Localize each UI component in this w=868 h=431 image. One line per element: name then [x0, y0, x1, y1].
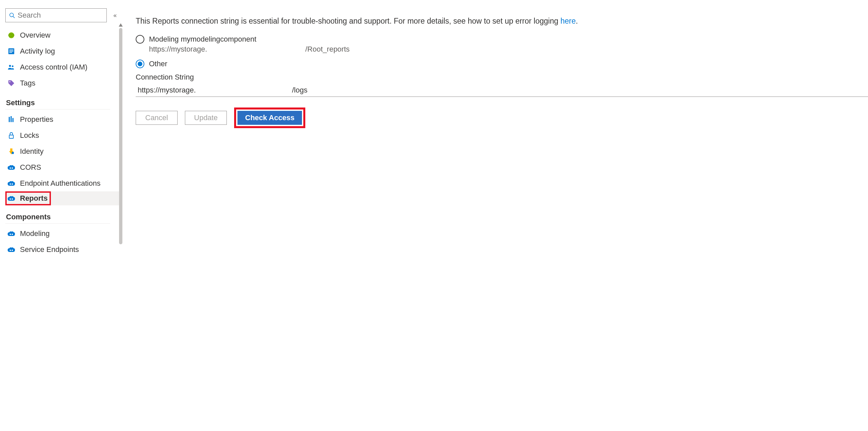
sidebar-item-identity[interactable]: Identity [5, 143, 120, 160]
sidebar-item-label: Reports [20, 194, 48, 203]
svg-rect-13 [12, 118, 13, 122]
endpoint-auth-icon [7, 179, 15, 188]
cors-icon [7, 164, 15, 171]
svg-rect-11 [9, 117, 10, 122]
sidebar-item-reports[interactable]: Reports [5, 191, 120, 205]
svg-point-15 [12, 152, 14, 154]
svg-rect-7 [9, 52, 12, 53]
svg-rect-14 [9, 135, 13, 139]
reports-icon [7, 194, 15, 202]
svg-point-20 [10, 198, 11, 200]
connection-string-input[interactable]: https://mystorage. /logs [136, 84, 868, 97]
activity-log-icon [7, 47, 15, 55]
sidebar-item-label: Endpoint Authentications [20, 179, 100, 188]
check-access-button[interactable]: Check Access [238, 111, 302, 125]
svg-point-0 [10, 13, 13, 17]
sidebar-item-label: Tags [20, 79, 35, 88]
radio-checked-icon[interactable] [136, 60, 144, 68]
sidebar-item-tags[interactable]: Tags [5, 75, 120, 91]
tags-icon [7, 79, 15, 87]
sidebar-item-label: Activity log [20, 47, 55, 56]
cancel-button[interactable]: Cancel [136, 111, 178, 125]
intro-link[interactable]: here [560, 17, 576, 25]
sidebar-item-label: Identity [20, 147, 43, 156]
radio-modeling-subtext: https://mystorage. /Root_reports [149, 45, 868, 54]
radio-other[interactable]: Other [136, 60, 868, 68]
update-button[interactable]: Update [185, 111, 227, 125]
main-content: This Reports connection string is essent… [120, 0, 868, 258]
sidebar-item-label: Access control (IAM) [20, 63, 88, 71]
scroll-thumb[interactable] [119, 28, 122, 244]
sidebar-item-endpoint-authentications[interactable]: Endpoint Authentications [5, 175, 120, 191]
svg-point-9 [12, 65, 13, 67]
sidebar-item-locks[interactable]: Locks [5, 127, 120, 143]
svg-point-24 [10, 250, 11, 251]
modeling-icon [7, 230, 15, 238]
search-box[interactable] [5, 8, 107, 22]
radio-unchecked-icon[interactable] [136, 35, 144, 44]
sidebar-item-label: Properties [20, 115, 53, 124]
service-endpoints-icon [7, 246, 15, 254]
search-input[interactable] [18, 11, 103, 20]
button-row: Cancel Update Check Access [136, 108, 868, 128]
sidebar-item-service-endpoints[interactable]: Service Endpoints [5, 241, 120, 258]
sidebar-item-properties[interactable]: Properties [5, 112, 120, 127]
radio-modeling[interactable]: Modeling mymodelingcomponent [136, 35, 868, 44]
sidebar-item-access-control[interactable]: Access control (IAM) [5, 59, 120, 75]
search-icon [9, 12, 15, 18]
sidebar: « Overview Activity log Access control (… [0, 0, 120, 258]
svg-rect-5 [9, 50, 13, 50]
scrollbar[interactable] [119, 23, 122, 244]
svg-point-19 [12, 183, 13, 185]
svg-rect-12 [11, 116, 12, 122]
svg-point-22 [10, 234, 11, 235]
locks-icon [7, 132, 15, 139]
sidebar-item-activity-log[interactable]: Activity log [5, 43, 120, 59]
radio-label: Other [149, 60, 167, 68]
divider [5, 223, 110, 224]
svg-point-10 [9, 81, 10, 82]
svg-point-2 [8, 32, 14, 38]
scroll-up-icon[interactable] [119, 23, 123, 27]
sidebar-item-cors[interactable]: CORS [5, 160, 120, 175]
svg-line-1 [13, 16, 14, 18]
svg-point-16 [10, 167, 11, 169]
radio-label: Modeling mymodelingcomponent [149, 35, 256, 44]
properties-icon [7, 115, 15, 123]
sidebar-item-label: CORS [20, 163, 41, 172]
svg-rect-6 [9, 51, 13, 52]
overview-icon [7, 31, 15, 39]
highlight-check-access: Check Access [234, 108, 305, 128]
sidebar-item-label: Service Endpoints [20, 245, 79, 254]
sidebar-item-modeling[interactable]: Modeling [5, 226, 120, 241]
identity-icon [7, 147, 15, 155]
sidebar-item-label: Locks [20, 131, 39, 140]
svg-point-23 [12, 234, 13, 235]
highlight-reports: Reports [5, 191, 51, 205]
collapse-icon[interactable]: « [114, 12, 117, 19]
divider [5, 109, 110, 110]
sidebar-item-label: Modeling [20, 229, 50, 238]
intro-text: This Reports connection string is essent… [136, 17, 868, 26]
svg-point-8 [9, 65, 11, 67]
svg-point-25 [12, 250, 13, 251]
section-header-components: Components [6, 213, 120, 221]
iam-icon [7, 63, 15, 71]
sidebar-item-label: Overview [20, 31, 51, 39]
section-header-settings: Settings [6, 98, 120, 107]
connection-string-label: Connection String [136, 73, 868, 82]
svg-point-21 [12, 198, 13, 200]
svg-point-17 [12, 167, 13, 169]
sidebar-item-overview[interactable]: Overview [5, 27, 120, 43]
svg-point-18 [10, 183, 11, 185]
